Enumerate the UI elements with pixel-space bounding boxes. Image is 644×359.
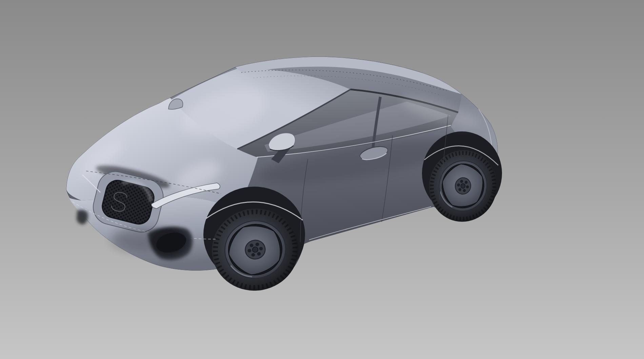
bumper-slot	[77, 210, 88, 224]
car	[66, 57, 504, 298]
car-render-canvas	[0, 0, 644, 359]
render-viewport[interactable]	[0, 0, 644, 359]
